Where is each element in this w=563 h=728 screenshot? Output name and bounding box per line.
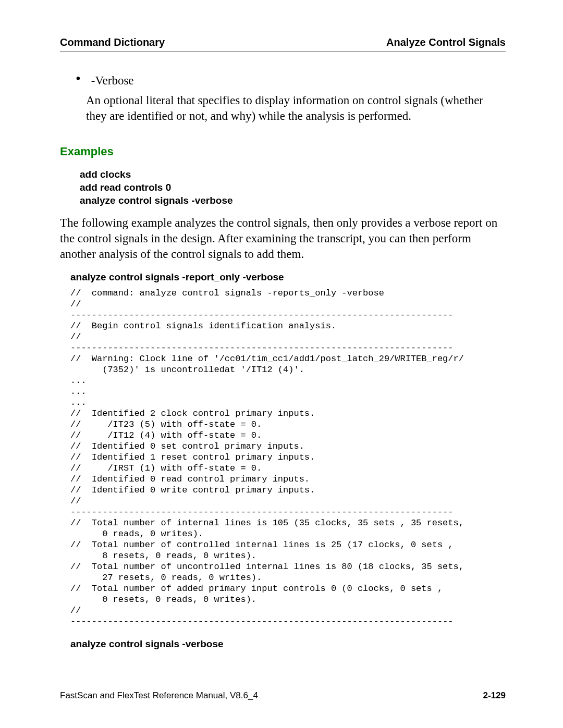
bullet-description: An optional literal that specifies to di…	[86, 93, 506, 124]
header-left: Command Dictionary	[60, 36, 165, 48]
example-command-line: analyze control signals -verbose	[80, 194, 506, 207]
examples-heading: Examples	[60, 145, 506, 158]
example-command-line: add read controls 0	[80, 181, 506, 194]
document-page: Command Dictionary Analyze Control Signa…	[0, 0, 563, 728]
bullet-dot-icon: •	[76, 73, 81, 84]
example-commands-block: add clocks add read controls 0 analyze c…	[80, 168, 506, 207]
header-right: Analyze Control Signals	[386, 36, 506, 48]
page-footer: FastScan and FlexTest Reference Manual, …	[60, 690, 506, 701]
footer-left: FastScan and FlexTest Reference Manual, …	[60, 690, 258, 701]
footer-page-number: 2-129	[483, 690, 506, 701]
example-command-heading: analyze control signals -report_only -ve…	[70, 270, 506, 283]
bullet-label: -Verbose	[91, 73, 134, 89]
code-output-block: // command: analyze control signals -rep…	[70, 288, 506, 627]
example-command-heading: analyze control signals -verbose	[70, 637, 506, 650]
bullet-item: • -Verbose	[76, 73, 506, 89]
body-paragraph: The following example analyzes the contr…	[60, 215, 506, 262]
example-command-line: add clocks	[80, 168, 506, 181]
page-header: Command Dictionary Analyze Control Signa…	[60, 36, 506, 52]
